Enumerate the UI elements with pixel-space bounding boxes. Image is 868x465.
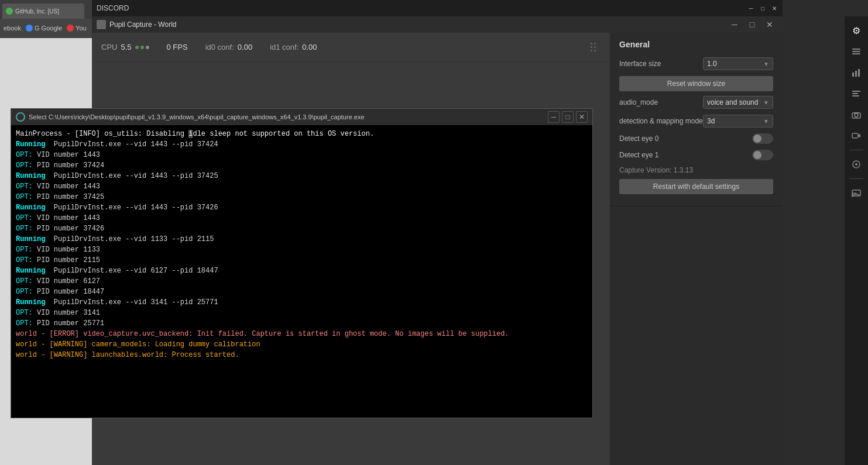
terminal-body[interactable]: MainProcess - [INFO] os_utils: Disabling… — [11, 125, 592, 418]
minimize-button[interactable]: ─ — [747, 5, 754, 12]
detection-mode-label: detection & mapping mode — [619, 117, 703, 125]
maximize-button[interactable]: □ — [759, 5, 766, 12]
terminal-line: Running PupilDrvInst.exe --vid 1133 --pi… — [16, 234, 588, 244]
terminal-line: OPT: VID number 1443 — [16, 213, 588, 223]
pupil-icon — [97, 20, 106, 29]
discord-title: DISCORD — [97, 4, 747, 12]
detect-eye1-toggle[interactable] — [752, 150, 773, 160]
bookmark-youtube[interactable]: You — [67, 25, 87, 32]
detect-eye0-toggle[interactable] — [752, 133, 773, 144]
bookmark-ebook[interactable]: ebook — [4, 25, 21, 32]
cpu-label: CPU — [101, 43, 117, 51]
svg-point-9 — [855, 113, 858, 117]
terminal-line: OPT: PID number 37424 — [16, 160, 588, 171]
pupil-titlebar: Pupil Capture - World ─ □ ✕ — [92, 16, 783, 33]
sidebar-message-icon[interactable] — [847, 84, 866, 103]
pupil-win-controls: ─ □ ✕ — [726, 16, 778, 33]
dot-1 — [135, 46, 139, 49]
restart-button[interactable]: Restart with default settings — [619, 179, 773, 194]
detect-eye0-label: Detect eye 0 — [619, 135, 658, 143]
interface-size-value: 1.0 — [707, 60, 717, 68]
detect-eye0-row: Detect eye 0 — [619, 133, 773, 144]
left-browser-tab[interactable]: GitHub, Inc. [US] — [2, 4, 84, 19]
terminal-line: world - [WARNING] launchables.world: Pro… — [16, 350, 588, 360]
reset-window-button[interactable]: Reset window size — [619, 76, 773, 91]
terminal-line: OPT: PID number 37425 — [16, 192, 588, 202]
audio-mode-select[interactable]: voice and sound ▼ — [703, 96, 773, 109]
detect-eye1-label: Detect eye 1 — [619, 151, 658, 159]
detection-mode-row: detection & mapping mode 3d ▼ — [619, 115, 773, 128]
svg-rect-11 — [852, 133, 858, 138]
sidebar-settings-icon[interactable]: ⚙ — [847, 21, 866, 40]
stats-bar: CPU 5.5 0 FPS id0 conf: 0.00 id1 co — [92, 33, 610, 62]
terminal-title: Select C:\Users\ricky\Desktop\pupil\pupi… — [29, 113, 544, 120]
sidebar-divider-2 — [849, 178, 863, 179]
left-tab-area: GitHub, Inc. [US] — [0, 0, 92, 19]
sidebar-cast-icon[interactable] — [847, 184, 866, 202]
discord-titlebar: DISCORD ─ □ ✕ — [92, 0, 783, 16]
interface-size-select[interactable]: 1.0 ▼ — [703, 57, 773, 70]
close-button[interactable]: ✕ — [771, 5, 778, 12]
terminal-line: world - [WARNING] camera_models: Loading… — [16, 339, 588, 350]
left-tab-text: GitHub, Inc. [US] — [15, 8, 59, 15]
pupil-close-btn[interactable]: ✕ — [761, 16, 778, 33]
right-sidebar: ⚙ — [845, 16, 868, 465]
sidebar-chart-icon[interactable] — [847, 63, 866, 82]
svg-rect-8 — [852, 95, 859, 97]
terminal-line: Running PupilDrvInst.exe --vid 1443 --pi… — [16, 171, 588, 181]
terminal-line: OPT: VID number 1443 — [16, 181, 588, 192]
terminal-close-btn[interactable]: ✕ — [576, 111, 588, 123]
terminal-line: OPT: VID number 6127 — [16, 276, 588, 287]
version-text: Capture Version: 1.3.13 — [619, 166, 773, 174]
sidebar-bars-icon[interactable] — [847, 42, 866, 61]
sidebar-video-icon[interactable] — [847, 126, 866, 145]
svg-rect-1 — [852, 51, 860, 52]
terminal-line: OPT: PID number 18447 — [16, 287, 588, 297]
svg-rect-4 — [855, 71, 857, 77]
id0-stat: id0 conf: 0.00 — [205, 43, 252, 51]
audio-mode-row: audio_mode voice and sound ▼ — [619, 96, 773, 109]
svg-rect-0 — [852, 49, 860, 50]
id1-label: id1 conf: — [270, 43, 299, 51]
terminal-line: world - [ERROR] video_capture.uvc_backen… — [16, 329, 588, 339]
cpu-value: 5.5 — [121, 43, 131, 51]
terminal-line: Running PupilDrvInst.exe --vid 1443 --pi… — [16, 139, 588, 150]
terminal-line: MainProcess - [INFO] os_utils: Disabling… — [16, 129, 588, 139]
general-section: General Interface size 1.0 ▼ Reset windo… — [610, 33, 783, 206]
pupil-minimize-btn[interactable]: ─ — [726, 16, 743, 33]
svg-rect-2 — [852, 53, 860, 54]
tab-favicon — [6, 8, 13, 15]
interface-size-row: Interface size 1.0 ▼ — [619, 57, 773, 70]
grip-handle — [591, 43, 596, 51]
sidebar-camera-icon[interactable] — [847, 105, 866, 124]
terminal-window: Select C:\Users\ricky\Desktop\pupil\pupi… — [11, 108, 593, 418]
dot-2 — [140, 46, 144, 49]
terminal-restore-btn[interactable]: □ — [562, 111, 574, 123]
terminal-line: OPT: VID number 1133 — [16, 244, 588, 255]
terminal-line: Running PupilDrvInst.exe --vid 6127 --pi… — [16, 266, 588, 276]
terminal-line: OPT: VID number 3141 — [16, 308, 588, 318]
pupil-window-title: Pupil Capture - World — [109, 20, 723, 29]
terminal-line: OPT: PID number 2115 — [16, 255, 588, 266]
detection-mode-select[interactable]: 3d ▼ — [703, 115, 773, 128]
terminal-line: Running PupilDrvInst.exe --vid 3141 --pi… — [16, 297, 588, 308]
terminal-controls: ─ □ ✕ — [548, 111, 588, 123]
bookmark-google[interactable]: G Google — [26, 25, 62, 32]
detection-mode-arrow: ▼ — [763, 118, 769, 125]
svg-rect-3 — [852, 73, 854, 77]
fps-value: 0 FPS — [167, 43, 188, 51]
id1-value: 0.00 — [302, 43, 317, 51]
id1-stat: id1 conf: 0.00 — [270, 43, 317, 51]
audio-mode-label: audio_mode — [619, 98, 658, 106]
left-bookmark-bar: ebook G Google You — [0, 19, 92, 38]
sidebar-circle-icon[interactable] — [847, 155, 866, 174]
terminal-line: OPT: PID number 25771 — [16, 318, 588, 329]
detection-mode-value: 3d — [707, 117, 715, 125]
right-panel: General Interface size 1.0 ▼ Reset windo… — [610, 33, 783, 465]
terminal-minimize-btn[interactable]: ─ — [548, 111, 560, 123]
cpu-stat: CPU 5.5 — [101, 43, 149, 51]
window-controls: ─ □ ✕ — [747, 5, 778, 12]
svg-rect-5 — [858, 69, 860, 77]
pupil-maximize-btn[interactable]: □ — [744, 16, 760, 33]
terminal-line: OPT: PID number 37426 — [16, 223, 588, 234]
